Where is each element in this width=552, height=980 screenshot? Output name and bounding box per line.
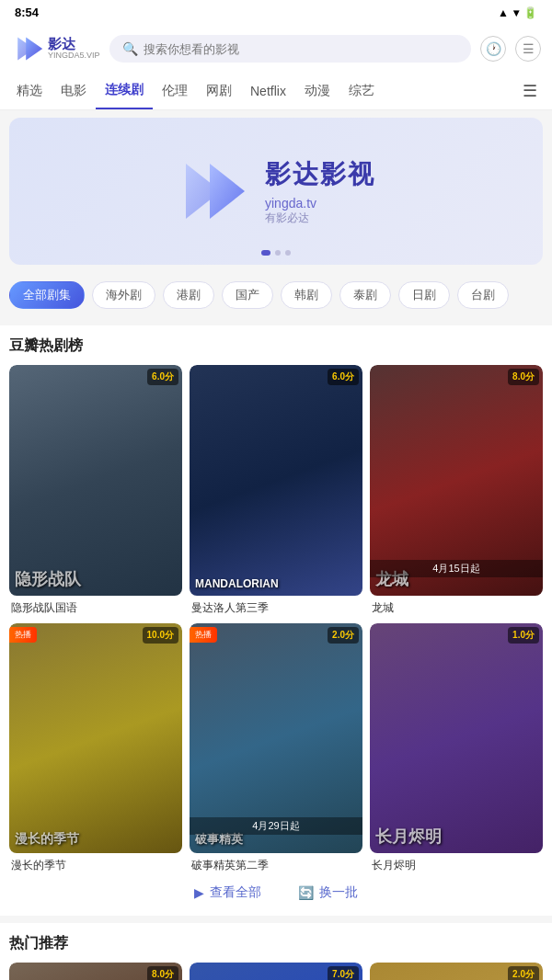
movie-score: 2.0分: [508, 966, 539, 980]
dot-1: [261, 250, 270, 256]
pill-hk[interactable]: 港剧: [163, 281, 214, 309]
status-time: 8:54: [15, 6, 39, 19]
list-item[interactable]: MANDALORIAN 6.0分 曼达洛人第三季: [190, 365, 362, 616]
search-input[interactable]: [144, 42, 458, 56]
banner-dots: [261, 250, 291, 256]
pill-all[interactable]: 全部剧集: [9, 281, 85, 309]
status-icons: ▲ ▾ 🔋: [498, 6, 537, 19]
tab-dongman[interactable]: 动漫: [295, 74, 339, 108]
status-bar: 8:54 ▲ ▾ 🔋: [0, 0, 552, 25]
logo-text: 影达 YINGDA5.VIP: [48, 37, 100, 61]
logo-main: 影达: [48, 37, 100, 52]
movie-badge: 热播: [190, 627, 217, 643]
filter-pills: 全部剧集 海外剧 港剧 国产 韩剧 泰剧 日剧 台剧: [0, 272, 552, 318]
menu-icon[interactable]: ☰: [515, 36, 541, 62]
movie-title: 曼达洛人第三季: [190, 600, 362, 616]
view-all-button[interactable]: ▶ 查看全部: [194, 884, 261, 901]
list-item[interactable]: 漫长的季节 10.0分 热播 漫长的季节: [9, 623, 182, 874]
movie-score: 10.0分: [143, 627, 178, 644]
battery-icon: 🔋: [523, 6, 537, 19]
tab-netflix[interactable]: Netflix: [241, 74, 295, 108]
refresh-button[interactable]: 🔄 换一批: [298, 884, 358, 901]
dot-2: [275, 250, 281, 256]
banner-url: yingda.tv: [265, 196, 375, 211]
tab-wangju[interactable]: 网剧: [197, 74, 241, 108]
banner-logo-area: 影达影视 yingda.tv 有影必达: [177, 154, 375, 228]
douban-grid: 隐形战队 6.0分 隐形战队国语 MANDALORIAN 6.0分 曼达洛人第三…: [9, 365, 543, 873]
action-row: ▶ 查看全部 🔄 换一批: [9, 873, 543, 905]
movie-score: 2.0分: [328, 627, 359, 644]
hot-section: 热门推荐 结婚 8.0分 只是结婚的关系 爱上特种兵 7.0分 爱上特种兵: [0, 923, 552, 980]
search-bar[interactable]: 🔍: [109, 35, 471, 63]
pill-overseas[interactable]: 海外剧: [92, 281, 155, 309]
movie-badge: 热播: [9, 627, 37, 643]
movie-score: 8.0分: [147, 966, 178, 980]
banner-slogan: 有影必达: [265, 211, 375, 226]
pill-thai[interactable]: 泰剧: [339, 281, 391, 309]
list-item[interactable]: 长月烬明 1.0分 长月烬明: [370, 623, 543, 874]
list-item[interactable]: 结婚 8.0分 只是结婚的关系: [9, 963, 182, 980]
tab-lunli[interactable]: 伦理: [153, 74, 197, 108]
play-icon: ▶: [194, 885, 204, 900]
pill-domestic[interactable]: 国产: [222, 281, 273, 309]
list-item[interactable]: 破事精英 4月29日起 2.0分 热播 破事精英第二季: [190, 623, 362, 874]
pill-korean[interactable]: 韩剧: [281, 281, 332, 309]
signal-icon: ▲: [498, 6, 509, 19]
list-item[interactable]: 爱上特种兵 7.0分 爱上特种兵: [190, 963, 362, 980]
pill-taiwan[interactable]: 台剧: [457, 281, 509, 309]
banner[interactable]: 影达影视 yingda.tv 有影必达: [9, 118, 543, 265]
banner-title: 影达影视: [265, 157, 375, 192]
tab-lianxuju[interactable]: 连续剧: [96, 73, 153, 109]
logo[interactable]: 影达 YINGDA5.VIP: [11, 32, 100, 65]
movie-score: 6.0分: [328, 369, 359, 385]
header-icons: 🕐 ☰: [480, 36, 541, 62]
nav-tabs: 精选 电影 连续剧 伦理 网剧 Netflix 动漫 综艺 ☰: [0, 73, 552, 110]
banner-text: 影达影视 yingda.tv 有影必达: [265, 157, 375, 226]
movie-score: 6.0分: [147, 369, 178, 385]
tab-dianying[interactable]: 电影: [52, 74, 96, 108]
movie-title: 长月烬明: [370, 858, 543, 873]
search-icon: 🔍: [122, 41, 138, 56]
list-item[interactable]: 龙城 4月15日起 8.0分 龙城: [370, 365, 543, 616]
pill-japanese[interactable]: 日剧: [398, 281, 450, 309]
tab-jingxuan[interactable]: 精选: [7, 74, 52, 108]
history-icon[interactable]: 🕐: [480, 36, 506, 62]
movie-title: 隐形战队国语: [9, 600, 182, 616]
hot-title: 热门推荐: [9, 934, 543, 953]
list-item[interactable]: 蜜糖 2.0分 半是蜜糖半是伤: [370, 963, 543, 980]
movie-score: 7.0分: [328, 966, 359, 980]
header: 影达 YINGDA5.VIP 🔍 🕐 ☰: [0, 25, 552, 73]
banner-logo-icon: [177, 154, 250, 228]
refresh-icon: 🔄: [298, 885, 314, 900]
wifi-icon: ▾: [513, 6, 519, 19]
movie-title: 漫长的季节: [9, 858, 182, 873]
movie-title: 破事精英第二季: [190, 858, 362, 873]
movie-score: 1.0分: [508, 627, 539, 644]
movie-score: 8.0分: [508, 369, 539, 385]
logo-icon: [11, 32, 44, 65]
list-item[interactable]: 隐形战队 6.0分 隐形战队国语: [9, 365, 182, 616]
logo-sub: YINGDA5.VIP: [48, 51, 100, 61]
douban-section: 豆瓣热剧榜 隐形战队 6.0分 隐形战队国语 MANDALORIAN 6.0分 …: [0, 325, 552, 916]
nav-more-icon[interactable]: ☰: [515, 74, 545, 108]
svg-marker-1: [26, 37, 42, 60]
hot-grid: 结婚 8.0分 只是结婚的关系 爱上特种兵 7.0分 爱上特种兵 蜜糖 2.0: [9, 963, 543, 980]
dot-3: [285, 250, 291, 256]
douban-title: 豆瓣热剧榜: [9, 336, 543, 356]
tab-zongyi[interactable]: 综艺: [339, 74, 384, 108]
movie-title: 龙城: [370, 600, 543, 616]
svg-marker-3: [210, 164, 245, 219]
